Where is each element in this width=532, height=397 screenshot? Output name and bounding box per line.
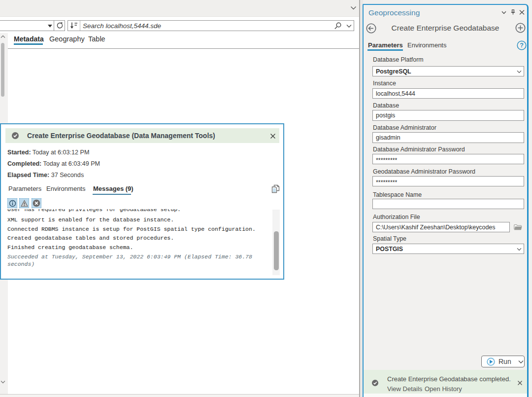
svg-text:?: ? (520, 42, 524, 49)
